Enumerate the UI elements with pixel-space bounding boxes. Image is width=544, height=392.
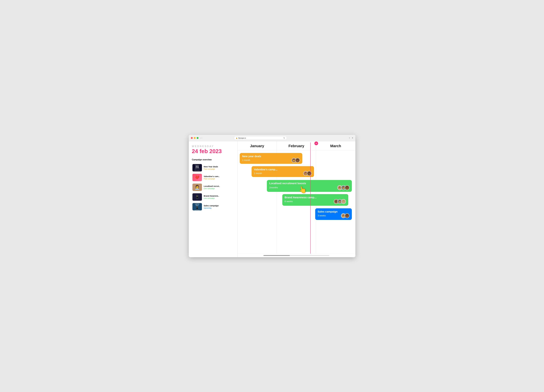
campaign-info: New Year deals Past campaign <box>204 166 234 170</box>
reload-icon[interactable]: ↻ <box>284 137 285 139</box>
campaign-status: Past campaign <box>204 168 234 170</box>
campaign-name: Valentine's cam.. <box>204 175 234 178</box>
new-tab-button[interactable]: + <box>352 137 353 139</box>
list-item[interactable]: ❤️ Valentine's cam.. Past campaign <box>192 173 234 182</box>
bar-bottom: 3 weeks 👩 👨🏾 <box>318 213 349 218</box>
today-line <box>310 143 311 254</box>
timeline-area: January February 24 March <box>237 141 355 257</box>
campaign-thumb-brand: 📱 <box>192 193 202 201</box>
campaign-bar-new-year[interactable]: New year deals 1 month 👨 👨🏾 <box>240 153 302 164</box>
campaign-thumb-valentine: ❤️ <box>192 174 202 181</box>
avatars: 👨 👨🏾 <box>291 158 300 163</box>
bar-title: Localised recruitment boosts <box>269 182 349 185</box>
maximize-button[interactable] <box>197 137 199 139</box>
section-title: Campaign overview <box>192 159 234 161</box>
avatars: 👩🏾 👨 👨🏼 <box>334 199 346 204</box>
bar-title: Sales campaign <box>318 210 349 213</box>
lock-icon: 🔒 <box>236 137 238 139</box>
forward-button[interactable]: › <box>201 137 202 139</box>
avatars: 👩 👨 👨🏾 <box>337 185 349 190</box>
traffic-lights <box>191 137 199 139</box>
campaign-status: Upcoming <box>204 207 234 209</box>
month-january: January <box>237 144 277 148</box>
bar-duration: 1 month <box>254 172 262 175</box>
campaign-bar-sales[interactable]: Sales campaign 3 weeks 👩 👨🏾 <box>315 208 352 220</box>
campaign-bar-valentine[interactable]: Valentine's camp... 1 month 👩 👨🏾 <box>252 166 314 177</box>
list-item[interactable]: TechCenter ▴ LIMITEDSALE 📱 SHOP ONLINE S… <box>192 202 234 212</box>
list-item[interactable]: TechCenter ▴ NEWYEAR Apple TV 4K SHOP ON… <box>192 163 234 172</box>
browser-window: ‹ › 🔒 Bycape.io ↻ ↑ + Wednesday 24 feb 2… <box>189 135 355 257</box>
campaign-bar-localised[interactable]: Localised recruitment boosts 2months 👩 👨… <box>267 180 352 192</box>
share-button[interactable]: ↑ <box>349 137 350 139</box>
campaign-thumb-sales: TechCenter ▴ LIMITEDSALE 📱 SHOP ONLINE <box>192 203 202 210</box>
url-text: Bycape.io <box>238 137 246 139</box>
month-february: February 24 <box>277 144 316 148</box>
cursor-hand-icon: 👆 <box>298 185 307 194</box>
address-bar[interactable]: 🔒 Bycape.io ↻ <box>234 136 287 140</box>
browser-actions: ↑ + <box>349 137 353 139</box>
campaign-list: TechCenter ▴ NEWYEAR Apple TV 4K SHOP ON… <box>192 163 234 212</box>
nav-arrows: ‹ › <box>200 137 202 139</box>
campaign-name: New Year deals <box>204 166 234 168</box>
date-section: Wednesday 24 feb 2023 <box>192 145 234 154</box>
close-button[interactable] <box>191 137 193 139</box>
today-badge: 24 <box>314 142 318 145</box>
campaign-status: Live campaign <box>204 188 234 190</box>
avatar: 👨🏾 <box>307 171 312 176</box>
campaign-thumb-new-year: TechCenter ▴ NEWYEAR Apple TV 4K SHOP ON… <box>192 164 202 172</box>
month-march: March <box>316 144 355 148</box>
timeline-header: January February 24 March <box>237 141 355 150</box>
campaign-name: Localised recrui.. <box>204 185 234 187</box>
avatars: 👩 👨🏾 <box>341 213 349 218</box>
campaign-info: Brand Awarene.. Live campaign <box>204 195 234 199</box>
campaign-info: Sales campaign Upcoming <box>204 204 234 209</box>
campaign-thumb-localised <box>192 184 202 191</box>
timeline-body: New year deals 1 month 👨 👨🏾 Valentine's … <box>237 150 355 254</box>
avatar: 👨🏼 <box>341 199 346 204</box>
bar-duration: 3 weeks <box>318 214 326 217</box>
campaign-name: Sales campaign <box>204 204 234 207</box>
list-item[interactable]: Localised recrui.. Live campaign <box>192 183 234 192</box>
campaign-info: Valentine's cam.. Past campaign <box>204 175 234 180</box>
avatar: 👨🏾 <box>345 185 349 190</box>
campaign-status: Live campaign <box>204 197 234 199</box>
minimize-button[interactable] <box>194 137 195 139</box>
date-label: 24 feb 2023 <box>192 148 234 154</box>
bar-bottom: 6 weeks 👩🏾 👨 👨🏼 <box>285 199 346 204</box>
campaign-status: Past campaign <box>204 178 234 180</box>
bar-title: New year deals <box>242 155 300 158</box>
bar-duration: 1 month <box>242 159 250 161</box>
back-button[interactable]: ‹ <box>200 137 201 139</box>
bar-bottom: 1 month 👨 👨🏾 <box>242 158 300 163</box>
avatar: 👨🏾 <box>345 213 349 218</box>
scrollbar-thumb[interactable] <box>263 255 290 256</box>
bar-title: Brand Awareness camp... <box>285 196 346 199</box>
bar-duration: 6 weeks <box>285 200 293 203</box>
sidebar: Wednesday 24 feb 2023 Campaign overview … <box>189 141 237 257</box>
bar-bottom: 2months 👩 👨 👨🏾 <box>269 185 349 190</box>
browser-chrome: ‹ › 🔒 Bycape.io ↻ ↑ + <box>189 135 355 141</box>
app-content: Wednesday 24 feb 2023 Campaign overview … <box>189 141 355 257</box>
avatar: 👨🏾 <box>295 158 300 163</box>
bar-duration: 2months <box>269 186 278 189</box>
day-label: Wednesday <box>192 145 234 148</box>
bar-title: Valentine's camp... <box>254 168 312 171</box>
scrollbar-area[interactable] <box>237 254 355 257</box>
bar-bottom: 1 month 👩 👨🏾 <box>254 171 312 176</box>
campaign-bar-brand[interactable]: Brand Awareness camp... 6 weeks 👩🏾 👨 👨🏼 <box>282 194 348 206</box>
list-item[interactable]: 📱 Brand Awarene.. Live campaign <box>192 192 234 202</box>
scrollbar-track[interactable] <box>263 255 329 256</box>
campaign-name: Brand Awarene.. <box>204 195 234 197</box>
campaign-info: Localised recrui.. Live campaign <box>204 185 234 190</box>
